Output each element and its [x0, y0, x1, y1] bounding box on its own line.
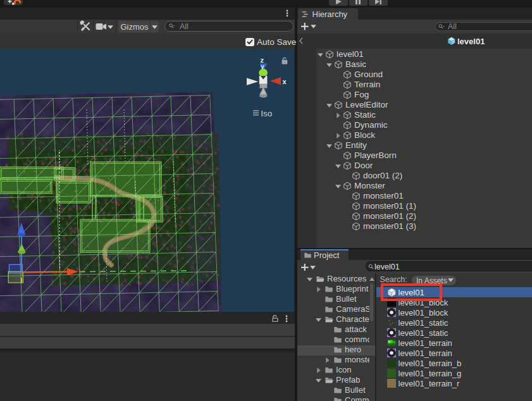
svg-text:Iso: Iso — [261, 109, 272, 118]
svg-text:x: x — [283, 78, 287, 85]
